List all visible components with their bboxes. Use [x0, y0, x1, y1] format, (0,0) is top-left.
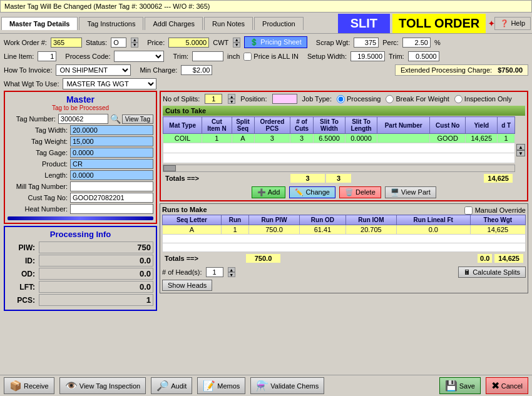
- line-item-input[interactable]: [38, 51, 56, 61]
- memos-button[interactable]: 📝 Memos: [197, 377, 245, 394]
- work-order-input[interactable]: [51, 38, 82, 48]
- cust-tag-no-input[interactable]: [70, 193, 153, 203]
- piw-input[interactable]: [39, 241, 153, 253]
- trim-label: Trim:: [173, 53, 188, 60]
- id-input[interactable]: [39, 255, 153, 267]
- job-type-processing[interactable]: Processing: [337, 95, 381, 103]
- status-input[interactable]: [111, 38, 126, 48]
- od-row: OD:: [8, 268, 153, 280]
- search-icon[interactable]: 🔍: [110, 114, 121, 124]
- tag-gage-input[interactable]: [70, 148, 153, 158]
- od-label: OD:: [8, 270, 39, 278]
- tag-number-row: Tag Number: 🔍 View Tag: [8, 114, 153, 124]
- length-input[interactable]: [70, 170, 153, 180]
- tag-width-input[interactable]: [70, 125, 153, 135]
- two-panel: Master Tag to be Processed Tag Number: 🔍…: [1, 91, 531, 311]
- id-row: ID:: [8, 255, 153, 267]
- min-charge-label: Min Charge:: [140, 66, 177, 74]
- change-button[interactable]: ✏️ Change: [289, 186, 335, 198]
- view-part-button[interactable]: 🖥️ View Part: [385, 186, 436, 198]
- manual-override-checkbox[interactable]: [464, 206, 473, 215]
- save-button[interactable]: 💾 Save: [439, 377, 481, 394]
- tag-weight-row: Tag Weight:: [8, 136, 153, 146]
- validate-chems-button[interactable]: ⚗️ Validate Chems: [250, 377, 324, 394]
- tag-weight-input[interactable]: [70, 136, 153, 146]
- pcs-input[interactable]: [39, 294, 153, 306]
- pcs-row: PCS:: [8, 294, 153, 306]
- tag-gage-label: Tag Gage:: [8, 149, 70, 156]
- runs-totals-piw: 750.0: [246, 254, 280, 263]
- process-code-select[interactable]: [114, 51, 164, 62]
- lft-input[interactable]: [39, 281, 153, 293]
- table-row[interactable]: COIL 1 A 3 3 6.5000 0.0000 GOOD 14,62: [163, 134, 515, 143]
- tag-width-label: Tag Width:: [8, 126, 70, 134]
- col-cuts: # ofCuts: [290, 117, 314, 134]
- trim-unit: inch: [227, 53, 240, 60]
- status-spinner[interactable]: ▲▼: [131, 38, 138, 48]
- tag-weight-label: Tag Weight:: [8, 138, 70, 145]
- cell-seq-letter: A: [163, 225, 222, 235]
- mill-tag-number-input[interactable]: [70, 181, 153, 191]
- manual-override-label: Manual Override: [475, 206, 526, 214]
- od-input[interactable]: [39, 268, 153, 280]
- no-of-splits-input[interactable]: [205, 94, 222, 104]
- add-button[interactable]: ➕ Add: [252, 186, 285, 198]
- help-button[interactable]: ❓ Help: [494, 17, 531, 30]
- title-text: Master Tag Will Be Changed (Master Tag #…: [4, 3, 210, 10]
- calculate-splits-button[interactable]: 🖩 Calculate Splits: [458, 267, 526, 278]
- perc-symbol: %: [434, 39, 441, 46]
- status-label: Status:: [86, 39, 107, 46]
- runs-totals-lineal: 0.0: [478, 254, 492, 263]
- job-type-break[interactable]: Break For Weight: [386, 95, 449, 103]
- runs-header-row: Runs to Make Manual Override: [162, 206, 526, 215]
- tab-tag-instructions[interactable]: Tag Instructions: [79, 17, 143, 30]
- min-charge-input[interactable]: [181, 65, 212, 75]
- trim2-input[interactable]: [408, 51, 439, 61]
- tab-run-notes[interactable]: Run Notes: [204, 17, 253, 30]
- product-input[interactable]: [70, 159, 153, 169]
- col-run: Run: [221, 215, 248, 225]
- delete-button[interactable]: 🗑️ Delete: [339, 186, 381, 198]
- how-to-invoice-select[interactable]: ON SHIPMENT: [56, 64, 131, 76]
- cuts-table: Mat Type CutItem N SplitSeq OrderedPCS #…: [163, 116, 515, 163]
- show-heads-button[interactable]: Show Heads: [162, 280, 212, 291]
- cuts-scrollbar[interactable]: [163, 165, 515, 172]
- trim-input[interactable]: [192, 51, 223, 61]
- scrap-wgt-input[interactable]: [354, 38, 379, 48]
- price-all-in-checkbox[interactable]: [243, 53, 252, 61]
- heads-spinner[interactable]: ▲▼: [228, 267, 235, 277]
- scroll-up[interactable]: ▲: [516, 144, 525, 150]
- what-wgt-select[interactable]: MASTER TAG WGT: [63, 78, 156, 89]
- price-input[interactable]: [168, 38, 209, 48]
- scroll-arrows: ▲ ▼: [516, 116, 525, 184]
- price-all-in-label[interactable]: Price is ALL IN: [243, 53, 299, 61]
- view-tag-button[interactable]: View Tag: [122, 114, 153, 124]
- work-order-label: Work Order #:: [4, 39, 47, 46]
- heat-number-input[interactable]: [70, 204, 153, 214]
- runs-row-empty1: [163, 235, 526, 243]
- price-spinner[interactable]: ▲▼: [233, 38, 240, 48]
- audit-button[interactable]: 🔎 Audit: [151, 377, 192, 394]
- perc-input[interactable]: [402, 38, 431, 48]
- num-heads-input[interactable]: [206, 267, 223, 277]
- tab-production[interactable]: Production: [254, 17, 304, 30]
- tag-number-input[interactable]: [58, 114, 108, 124]
- runs-table-row[interactable]: A 1 750.0 61.41 20.705 0.0 14,625: [163, 225, 526, 235]
- scroll-down[interactable]: ▼: [516, 150, 525, 156]
- view-tag-inspection-button[interactable]: 👁️ View Tag Inspection: [59, 377, 146, 394]
- cust-tag-no-row: Cust Tag No:: [8, 193, 153, 203]
- help-icon: ❓: [500, 19, 509, 27]
- tab-master-tag-details[interactable]: Master Tag Details: [1, 17, 78, 30]
- receive-button[interactable]: 📦 Receive: [4, 377, 54, 394]
- toll-order-label: TOLL ORDER: [392, 14, 486, 33]
- tab-addl-charges[interactable]: Addl Charges: [145, 17, 203, 30]
- splits-spinner[interactable]: ▲▼: [228, 94, 235, 104]
- job-type-inspection[interactable]: Inspection Only: [454, 95, 512, 103]
- cell-cust-no: GOOD: [430, 134, 466, 143]
- cancel-button[interactable]: ✖ Cancel: [486, 377, 528, 394]
- runs-totals-label: Totals ==>: [165, 255, 246, 262]
- view-tag-inspection-icon: 👁️: [65, 380, 78, 392]
- position-input[interactable]: [272, 94, 297, 104]
- pricing-sheet-button[interactable]: 💲 Pricing Sheet: [244, 36, 307, 48]
- setup-width-input[interactable]: [350, 51, 385, 61]
